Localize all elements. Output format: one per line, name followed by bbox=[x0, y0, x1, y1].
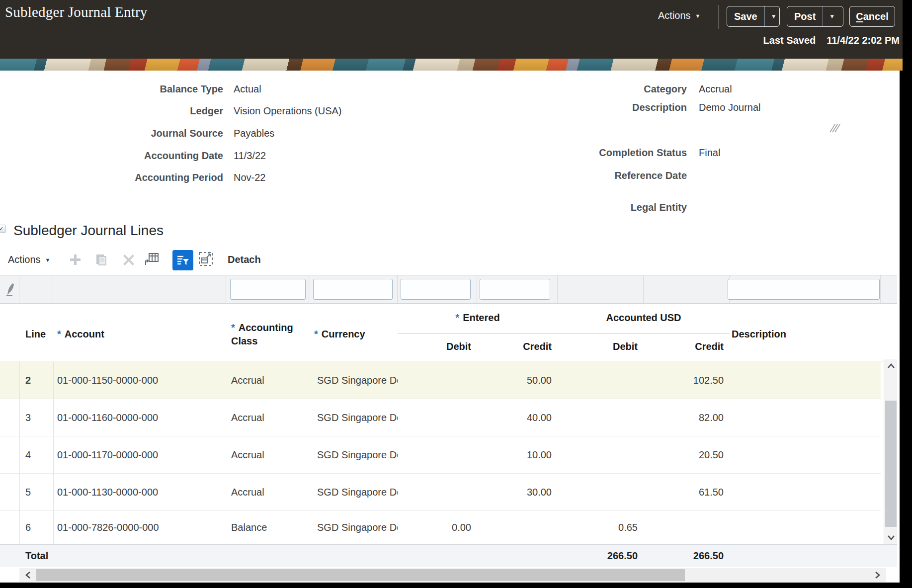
lines-actions-label: Actions bbox=[8, 254, 41, 265]
vertical-scroll-thumb[interactable] bbox=[885, 401, 897, 527]
scroll-up-icon[interactable] bbox=[884, 359, 898, 372]
cell-currency[interactable]: SGD Singapore Do bbox=[309, 412, 398, 423]
row-edit-cell bbox=[0, 474, 19, 510]
cell-accounting-class[interactable]: Balance bbox=[226, 522, 309, 533]
row-edit-cell bbox=[0, 362, 19, 399]
scroll-right-icon[interactable] bbox=[869, 568, 886, 582]
cell-account[interactable]: 01-000-1170-0000-000 bbox=[53, 449, 226, 461]
cell-currency[interactable]: SGD Singapore Do bbox=[309, 522, 398, 533]
cell-currency[interactable]: SGD Singapore Do bbox=[309, 449, 398, 461]
col-header-entered-debit[interactable]: Debit bbox=[398, 341, 471, 352]
add-row-icon[interactable] bbox=[69, 253, 82, 268]
post-button-label[interactable]: Post bbox=[787, 11, 823, 22]
legal-entity-label: Legal Entity bbox=[533, 202, 687, 213]
cancel-button-label: ancel bbox=[863, 11, 889, 22]
reference-date-label: Reference Date bbox=[533, 170, 687, 181]
cell-entered-debit[interactable]: 0.00 bbox=[398, 522, 477, 533]
cell-account[interactable]: 01-000-1130-0000-000 bbox=[53, 487, 226, 498]
filter-cell-accounted-credit bbox=[644, 275, 730, 303]
col-header-line[interactable]: Line bbox=[25, 329, 46, 340]
cell-accounting-class[interactable]: Accrual bbox=[226, 487, 309, 498]
resize-grip-icon[interactable] bbox=[828, 123, 841, 135]
col-header-currency[interactable]: *Currency bbox=[314, 329, 365, 340]
table-row[interactable]: 4 01-000-1170-0000-000 Accrual SGD Singa… bbox=[0, 436, 881, 474]
horizontal-scroll-thumb[interactable] bbox=[36, 569, 685, 581]
col-header-entered-credit[interactable]: Credit bbox=[477, 341, 552, 352]
save-button-label[interactable]: Save bbox=[727, 11, 764, 22]
header-actions-menu[interactable]: Actions ▼ bbox=[658, 10, 700, 21]
header-divider bbox=[718, 5, 719, 29]
cell-currency[interactable]: SGD Singapore Do bbox=[309, 487, 398, 498]
category-label: Category bbox=[533, 84, 687, 95]
table-row[interactable]: 2 01-000-1150-0000-000 Accrual SGD Singa… bbox=[0, 362, 881, 399]
scroll-down-icon[interactable] bbox=[884, 531, 898, 544]
cell-account[interactable]: 01-000-7826-0000-000 bbox=[53, 522, 226, 533]
col-header-account[interactable]: *Account bbox=[57, 329, 104, 340]
go-to-row-icon[interactable] bbox=[144, 252, 160, 268]
section-title: Subledger Journal Lines bbox=[13, 223, 164, 239]
save-dropdown-arrow[interactable]: ▼ bbox=[764, 6, 783, 26]
cell-accounting-class[interactable]: Accrual bbox=[226, 449, 309, 461]
detach-label[interactable]: Detach bbox=[228, 254, 261, 265]
cell-entered-credit[interactable]: 50.00 bbox=[477, 375, 558, 386]
table-filter-row bbox=[0, 275, 897, 304]
last-saved-label: Last Saved bbox=[763, 35, 816, 46]
column-divider bbox=[19, 362, 20, 544]
cell-accounting-class[interactable]: Accrual bbox=[226, 375, 309, 386]
post-dropdown-arrow[interactable]: ▼ bbox=[823, 6, 841, 26]
balance-type-label: Balance Type bbox=[69, 84, 223, 95]
cell-account[interactable]: 01-000-1150-0000-000 bbox=[53, 375, 226, 386]
cell-accounting-class[interactable]: Accrual bbox=[226, 412, 309, 423]
vertical-scrollbar[interactable] bbox=[884, 359, 897, 544]
screen: Subledger Journal Entry Actions ▼ Save ▼… bbox=[0, 0, 912, 588]
scroll-left-icon[interactable] bbox=[19, 568, 36, 582]
app-header: Subledger Journal Entry Actions ▼ Save ▼… bbox=[0, 0, 903, 59]
cell-line: 4 bbox=[19, 449, 53, 461]
cell-line: 2 bbox=[19, 375, 53, 386]
table-total-row: Total 266.50 266.50 bbox=[0, 544, 897, 567]
col-header-accounting-class[interactable]: *Accounting Class bbox=[231, 321, 307, 348]
col-header-accounted-debit[interactable]: Debit bbox=[558, 341, 638, 352]
total-label: Total bbox=[19, 550, 168, 562]
lines-actions-menu[interactable]: Actions ▼ bbox=[8, 254, 50, 265]
filter-input-entered-credit[interactable] bbox=[480, 279, 550, 300]
filter-input-currency[interactable] bbox=[313, 279, 393, 300]
query-by-example-toggle[interactable] bbox=[172, 250, 193, 270]
header-actions-label: Actions bbox=[658, 10, 691, 21]
cell-entered-credit[interactable]: 30.00 bbox=[477, 487, 558, 498]
col-header-accounted-credit[interactable]: Credit bbox=[644, 341, 724, 352]
filter-cell-account bbox=[53, 275, 226, 303]
cell-entered-credit[interactable]: 10.00 bbox=[477, 449, 558, 461]
description-label: Description bbox=[533, 102, 687, 113]
cell-entered-credit[interactable]: 40.00 bbox=[477, 412, 558, 423]
cell-accounted-credit: 102.50 bbox=[644, 375, 730, 386]
table-row[interactable]: 6 01-000-7826-0000-000 Balance SGD Singa… bbox=[0, 511, 881, 544]
section-disclosure-icon[interactable]: ✓ bbox=[0, 225, 5, 233]
detach-icon[interactable] bbox=[198, 252, 213, 268]
filter-input-entered-debit[interactable] bbox=[401, 279, 471, 300]
duplicate-row-icon[interactable] bbox=[94, 253, 108, 268]
cell-accounted-credit: 61.50 bbox=[644, 487, 730, 498]
filter-input-accounting-class[interactable] bbox=[230, 279, 306, 300]
filter-input-description[interactable] bbox=[728, 279, 880, 300]
chevron-down-icon: ▼ bbox=[829, 13, 835, 20]
table-row[interactable]: 5 01-000-1130-0000-000 Accrual SGD Singa… bbox=[0, 474, 881, 511]
save-button[interactable]: Save ▼ bbox=[727, 6, 780, 27]
balance-type-value: Actual bbox=[234, 84, 261, 95]
col-header-description[interactable]: Description bbox=[732, 329, 786, 340]
cancel-button-mnemonic: C bbox=[856, 11, 863, 22]
table-row[interactable]: 3 01-000-1160-0000-000 Accrual SGD Singa… bbox=[0, 399, 881, 436]
ledger-label: Ledger bbox=[69, 105, 223, 117]
table-body: 2 01-000-1150-0000-000 Accrual SGD Singa… bbox=[0, 362, 881, 544]
required-icon: * bbox=[314, 329, 318, 339]
post-button[interactable]: Post ▼ bbox=[787, 6, 843, 27]
group-header-divider bbox=[398, 333, 730, 334]
col-group-accounted-usd: Accounted USD bbox=[558, 312, 730, 324]
horizontal-scrollbar[interactable] bbox=[19, 568, 886, 582]
journal-source-value: Payables bbox=[234, 128, 274, 139]
cell-currency[interactable]: SGD Singapore Do bbox=[309, 375, 398, 386]
last-saved: Last Saved 11/4/22 2:02 PM bbox=[763, 35, 900, 46]
cell-account[interactable]: 01-000-1160-0000-000 bbox=[53, 412, 226, 423]
delete-row-icon[interactable] bbox=[122, 253, 135, 268]
cancel-button[interactable]: Cancel bbox=[849, 6, 895, 27]
